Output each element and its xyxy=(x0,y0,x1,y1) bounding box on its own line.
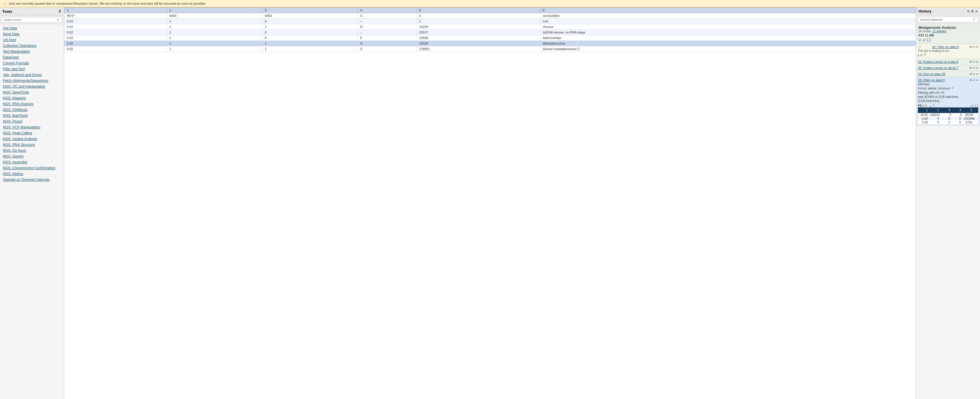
sidebar-item-ngs--rna-analysis[interactable]: NGS: RNA Analysis xyxy=(0,101,64,107)
x-icon-32[interactable]: ✕ xyxy=(976,46,978,49)
refresh-icon-32[interactable] xyxy=(920,54,923,57)
question-icon-32[interactable] xyxy=(924,54,926,57)
eye-icon-29[interactable]: 👁 xyxy=(969,73,972,76)
mini-cell: 28108 xyxy=(964,113,973,117)
x-icon-30[interactable]: ✕ xyxy=(976,66,978,70)
table-cell: 1 xyxy=(167,41,262,46)
table-cell: 1 xyxy=(262,41,358,46)
history-item-30-title[interactable]: 30: Kraken-report on da ta 7 xyxy=(918,66,958,70)
sidebar-item-ngs--bamtools[interactable]: NGS: BamTools xyxy=(0,113,64,119)
sidebar-item-ngs--picard[interactable]: NGS: Picard xyxy=(0,119,64,124)
table-cell: 35237 xyxy=(417,30,540,35)
history-tag-icon[interactable]: 🏷 xyxy=(923,38,926,42)
history-shown-count: 24 shown, xyxy=(918,30,932,33)
sidebar-item-operate-on-genomic-intervals[interactable]: Operate on Genomic Intervals xyxy=(0,177,64,183)
history-item-28-header: 28: Filter on data 9 👁 ✏ ✕ xyxy=(918,78,978,82)
refresh-icon-28[interactable]: ↻ xyxy=(925,104,927,108)
sidebar-item-text-manipulation[interactable]: Text Manipulation xyxy=(0,49,64,54)
table-col-header-3: 3 xyxy=(262,8,358,13)
search-clear-button[interactable]: ✕ xyxy=(56,18,59,22)
history-item-32-desc: This job is waiting to run xyxy=(918,49,978,52)
database-link-28[interactable]: ? xyxy=(952,87,953,90)
pencil-icon-32[interactable]: ✏ xyxy=(973,46,975,49)
history-item-32-title[interactable]: 32: Filter on data 9 xyxy=(932,45,959,49)
history-item-32: 32: Filter on data 9 👁 ✏ ✕ This job is w… xyxy=(916,44,980,59)
sidebar-item-get-data[interactable]: Get Data xyxy=(0,25,64,31)
sidebar-item-ngs--assembly[interactable]: NGS: Assembly xyxy=(0,159,64,165)
sidebar-item-ngs--chromosome-conformation[interactable]: NGS: Chromosome Conformation xyxy=(0,165,64,171)
history-close-icon[interactable] xyxy=(975,9,978,13)
pencil-icon-31[interactable]: ✏ xyxy=(973,60,975,63)
tag-icon-28[interactable]: 🏷 xyxy=(970,104,974,108)
history-refresh-icon[interactable] xyxy=(967,9,970,13)
history-meta-icons: ☑ 🏷 💬 xyxy=(918,38,978,42)
sidebar-item-ngs--rna-structure[interactable]: NGS: RNA Structure xyxy=(0,142,64,148)
table-row: 0.0210–35237dsDNA viruses, no RNA stage xyxy=(64,30,916,35)
eye-icon-31[interactable]: 👁 xyxy=(969,60,972,63)
sidebar-item-send-data[interactable]: Send Data xyxy=(0,31,64,37)
tools-sidebar: Tools ⬆ ✕ Get DataSend DataLift-OverColl… xyxy=(0,7,64,399)
history-content: Metagenomic Analysis 24 shown, 11 delete… xyxy=(916,24,980,399)
sidebar-item-ngs--variant-analysis[interactable]: NGS: Variant Analysis xyxy=(0,136,64,142)
comment-icon-28[interactable]: 💬 xyxy=(975,104,978,108)
history-item-29-title[interactable]: 29: Sort on data 28 xyxy=(918,72,945,76)
x-icon-31[interactable]: ✕ xyxy=(976,60,978,63)
table-cell: Adenoviridae xyxy=(540,35,916,41)
sidebar-item-ngs--mothur[interactable]: NGS: Mothur xyxy=(0,171,64,177)
info-icon-28[interactable]: ℹ xyxy=(923,104,924,108)
sidebar-item-ngs--samtools[interactable]: NGS: SAMtools xyxy=(0,107,64,113)
table-row: 0.0320–1root xyxy=(64,19,916,24)
chart-icon-28[interactable]: 📊 xyxy=(928,104,932,108)
sidebar-item-join--subtract-and-group[interactable]: Join, Subtract and Group xyxy=(0,72,64,78)
sidebar-item-convert-formats[interactable]: Convert Formats xyxy=(0,60,64,66)
sidebar-item-ngs--vcf-manipulation[interactable]: NGS: VCF Manipulation xyxy=(0,124,64,130)
sidebar-item-fetch-alignments-sequences[interactable]: Fetch Alignments/Sequences xyxy=(0,78,64,84)
table-cell: F xyxy=(358,35,417,41)
pencil-icon-28[interactable]: ✏ xyxy=(973,79,975,82)
datasets-search-clear[interactable]: ✕ xyxy=(972,17,975,22)
sidebar-item-lift-over[interactable]: Lift-Over xyxy=(0,37,64,43)
sidebar-item-ngs--gemini[interactable]: NGS: Gemini xyxy=(0,154,64,159)
search-datasets-input[interactable] xyxy=(918,17,978,22)
sidebar-item-ngs--deeptools[interactable]: NGS: DeepTools xyxy=(0,89,64,95)
mini-col-1: 1 xyxy=(919,109,928,112)
history-item-29-icons: 👁 ✏ ✕ xyxy=(969,73,978,76)
history-deleted-link[interactable]: 11 deleted xyxy=(932,30,946,33)
sidebar-item-datamash[interactable]: Datamash xyxy=(0,54,64,60)
mini-cell: 0.00 xyxy=(919,121,928,124)
sidebar-item-ngs--peak-calling[interactable]: NGS: Peak Calling xyxy=(0,130,64,136)
sidebar-item-ngs--du-novo[interactable]: NGS: Du Novo xyxy=(0,148,64,154)
x-icon-29[interactable]: ✕ xyxy=(976,73,978,76)
history-checkbox-icon[interactable]: ☑ xyxy=(918,38,921,42)
search-tools-input[interactable] xyxy=(2,17,62,23)
upload-icon[interactable]: ⬆ xyxy=(58,9,62,14)
table-row: 99.9764636463U0unclassified xyxy=(64,13,916,19)
table-cell: 129951 xyxy=(417,46,540,52)
question-icon-28[interactable]: ? xyxy=(933,104,935,108)
save-icon-28[interactable]: 💾 xyxy=(918,104,921,108)
history-item-28-title[interactable]: 28: Filter on data 9 xyxy=(918,78,945,82)
eye-icon-28[interactable]: 👁 xyxy=(969,79,972,82)
history-comment-icon[interactable]: 💬 xyxy=(927,38,931,42)
history-item-31-title[interactable]: 31: Kraken-report on d ata 8 xyxy=(918,60,958,63)
pencil-icon-29[interactable]: ✏ xyxy=(973,73,975,76)
table-cell: D xyxy=(358,24,417,30)
sidebar-item-filter-and-sort[interactable]: Filter and Sort xyxy=(0,66,64,72)
table-row: 0.0321D10239Viruses xyxy=(64,24,916,30)
mini-cell: 4 xyxy=(930,117,939,120)
mini-table-row: 0.0032S2743 xyxy=(918,120,978,124)
sidebar-item-ngs--mapping[interactable]: NGS: Mapping xyxy=(0,95,64,101)
sidebar-item-ngs--qc-and-manipulation[interactable]: NGS: QC and manipulation xyxy=(0,84,64,89)
pencil-icon-30[interactable]: ✏ xyxy=(973,66,975,70)
eye-icon-32[interactable]: 👁 xyxy=(969,46,972,49)
info-icon-32[interactable] xyxy=(918,54,919,57)
x-icon-28[interactable]: ✕ xyxy=(976,79,978,82)
table-cell: 0 xyxy=(417,13,540,19)
sidebar-item-collection-operations[interactable]: Collection Operations xyxy=(0,43,64,49)
table-cell: 1 xyxy=(262,24,358,30)
history-gear-icon[interactable] xyxy=(971,9,974,13)
sidebar-title: Tools xyxy=(2,10,12,14)
table-cell: 0.02 xyxy=(64,46,167,52)
eye-icon-30[interactable]: 👁 xyxy=(969,66,972,70)
warning-text: Jobs are currently paused due to unexpec… xyxy=(8,2,206,5)
